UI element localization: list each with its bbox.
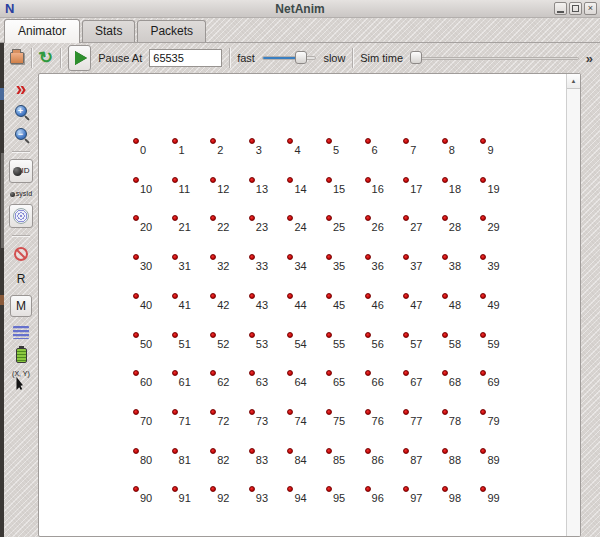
- node-label: 80: [140, 454, 152, 466]
- node-dot: [210, 293, 216, 299]
- node-label: 42: [217, 299, 229, 311]
- node-dot: [287, 215, 293, 221]
- toolbar-overflow-chevron[interactable]: »: [586, 51, 593, 66]
- node-label: 65: [333, 376, 345, 388]
- node-label: 51: [179, 338, 191, 350]
- node-dot: [403, 370, 409, 376]
- node-dot: [403, 293, 409, 299]
- node-label: 14: [294, 183, 306, 195]
- node-label: 69: [487, 376, 499, 388]
- node-label: 8: [449, 144, 455, 156]
- node-label: 52: [217, 338, 229, 350]
- window-title: NetAnim: [0, 2, 600, 16]
- speed-slider[interactable]: [262, 50, 317, 66]
- node-label: 86: [372, 454, 384, 466]
- slow-label: slow: [323, 52, 345, 64]
- node-dot: [133, 332, 139, 338]
- node-dot: [365, 409, 371, 415]
- fast-label: fast: [237, 52, 255, 64]
- node-label: 68: [449, 376, 461, 388]
- show-node-id-button[interactable]: ID: [9, 159, 33, 183]
- node-dot: [442, 370, 448, 376]
- tab-packets[interactable]: Packets: [137, 20, 206, 42]
- node-label: 60: [140, 376, 152, 388]
- pause-at-input[interactable]: [149, 49, 222, 67]
- node-label: 17: [410, 183, 422, 195]
- node-label: 88: [449, 454, 461, 466]
- show-trajectory-button[interactable]: [9, 204, 33, 228]
- tab-stats[interactable]: Stats: [82, 20, 135, 42]
- maximize-button[interactable]: [569, 2, 582, 15]
- node-label: 99: [487, 492, 499, 504]
- show-node-sysid-button[interactable]: sysId: [10, 190, 32, 197]
- minimize-button[interactable]: [554, 2, 567, 15]
- node-dot: [210, 177, 216, 183]
- disable-metadata-icon[interactable]: [14, 247, 28, 261]
- side-toolbar-separator: [12, 151, 30, 152]
- node-label: 16: [372, 183, 384, 195]
- node-label: 4: [294, 144, 300, 156]
- node-dot: [210, 409, 216, 415]
- show-node-position-button[interactable]: (X, Y): [12, 370, 30, 390]
- tab-animator[interactable]: Animator: [4, 19, 80, 43]
- node-label: 73: [256, 415, 268, 427]
- node-dot: [249, 486, 255, 492]
- node-dot: [365, 448, 371, 454]
- node-label: 25: [333, 221, 345, 233]
- sim-time-slider[interactable]: [410, 50, 579, 66]
- node-dot: [133, 215, 139, 221]
- node-dot: [133, 293, 139, 299]
- node-label: 92: [217, 492, 229, 504]
- node-ball-icon: [10, 192, 15, 197]
- zoom-out-icon[interactable]: −: [15, 128, 28, 141]
- vertical-scrollbar[interactable]: ▲: [566, 74, 580, 536]
- close-button[interactable]: ×: [584, 2, 597, 15]
- node-label: 66: [372, 376, 384, 388]
- node-dot: [249, 448, 255, 454]
- node-dot: [210, 448, 216, 454]
- pause-at-label: Pause At: [98, 52, 142, 64]
- play-button[interactable]: [68, 45, 91, 71]
- node-dot: [326, 448, 332, 454]
- open-file-icon[interactable]: [10, 52, 24, 64]
- reload-icon[interactable]: ↻: [37, 48, 54, 68]
- node-dot: [210, 138, 216, 144]
- node-dot: [365, 177, 371, 183]
- toolbar-separator: [229, 48, 230, 68]
- background-window-sliver: [0, 43, 4, 537]
- fast-forward-icon[interactable]: »: [16, 79, 27, 97]
- node-label: 72: [217, 415, 229, 427]
- node-dot: [210, 370, 216, 376]
- node-label: 59: [487, 338, 499, 350]
- toolbar-separator: [31, 48, 32, 68]
- node-dot: [442, 254, 448, 260]
- speed-slider-handle[interactable]: [295, 51, 307, 64]
- node-dot: [365, 138, 371, 144]
- node-label: 81: [179, 454, 191, 466]
- node-dot: [442, 138, 448, 144]
- node-label: 85: [333, 454, 345, 466]
- node-dot: [442, 177, 448, 183]
- tab-bar: Animator Stats Packets: [0, 18, 600, 43]
- show-mac-button[interactable]: M: [10, 295, 32, 317]
- node-label: 61: [179, 376, 191, 388]
- node-label: 12: [217, 183, 229, 195]
- node-dot: [133, 177, 139, 183]
- battery-icon[interactable]: [16, 348, 27, 363]
- node-label: 84: [294, 454, 306, 466]
- node-label: 56: [372, 338, 384, 350]
- scroll-up-button[interactable]: ▲: [567, 74, 580, 89]
- packet-timeline-icon[interactable]: [13, 326, 29, 339]
- node-label: 47: [410, 299, 422, 311]
- node-label: 3: [256, 144, 262, 156]
- node-label: 10: [140, 183, 152, 195]
- node-label: 77: [410, 415, 422, 427]
- node-dot: [249, 254, 255, 260]
- sim-time-slider-handle[interactable]: [410, 51, 422, 64]
- node-dot: [365, 215, 371, 221]
- routing-tables-button[interactable]: R: [17, 272, 26, 286]
- toolbar-separator: [352, 48, 353, 68]
- node-dot: [133, 486, 139, 492]
- node-label: 53: [256, 338, 268, 350]
- zoom-in-icon[interactable]: +: [15, 105, 28, 118]
